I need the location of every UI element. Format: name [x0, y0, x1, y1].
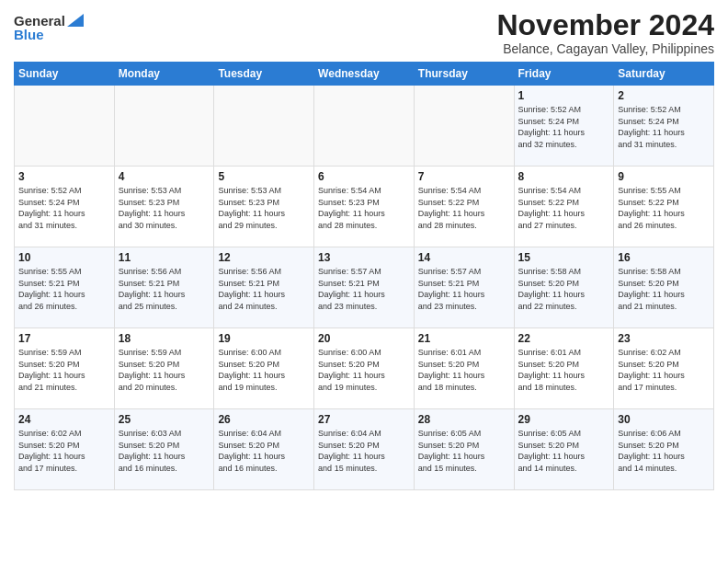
- calendar-cell: 16Sunrise: 5:58 AM Sunset: 5:20 PM Dayli…: [614, 247, 714, 328]
- calendar-cell: 28Sunrise: 6:05 AM Sunset: 5:20 PM Dayli…: [414, 409, 514, 490]
- day-info: Sunrise: 6:04 AM Sunset: 5:20 PM Dayligh…: [318, 428, 410, 474]
- calendar-cell: [414, 86, 514, 167]
- day-number: 9: [618, 170, 710, 183]
- day-number: 3: [18, 170, 110, 183]
- day-info: Sunrise: 5:59 AM Sunset: 5:20 PM Dayligh…: [119, 347, 210, 393]
- day-info: Sunrise: 6:05 AM Sunset: 5:20 PM Dayligh…: [518, 428, 610, 474]
- calendar-cell: 14Sunrise: 5:57 AM Sunset: 5:21 PM Dayli…: [414, 247, 514, 328]
- day-number: 20: [318, 332, 410, 345]
- weekday-header-friday: Friday: [514, 63, 614, 86]
- calendar-cell: 26Sunrise: 6:04 AM Sunset: 5:20 PM Dayli…: [214, 409, 314, 490]
- month-title: November 2024: [496, 9, 714, 41]
- day-info: Sunrise: 6:06 AM Sunset: 5:20 PM Dayligh…: [618, 428, 710, 474]
- weekday-header-monday: Monday: [114, 63, 214, 86]
- day-number: 23: [618, 332, 710, 345]
- day-info: Sunrise: 5:58 AM Sunset: 5:20 PM Dayligh…: [518, 266, 610, 312]
- day-number: 15: [518, 251, 610, 264]
- day-number: 1: [518, 89, 610, 102]
- calendar-table: SundayMondayTuesdayWednesdayThursdayFrid…: [14, 62, 714, 490]
- calendar-cell: [314, 86, 415, 167]
- calendar-cell: 6Sunrise: 5:54 AM Sunset: 5:23 PM Daylig…: [314, 167, 415, 247]
- day-number: 22: [518, 332, 610, 345]
- day-number: 21: [418, 332, 510, 345]
- calendar-cell: 12Sunrise: 5:56 AM Sunset: 5:21 PM Dayli…: [214, 247, 314, 328]
- day-number: 8: [518, 170, 610, 183]
- day-info: Sunrise: 5:57 AM Sunset: 5:21 PM Dayligh…: [418, 266, 510, 312]
- calendar-cell: 5Sunrise: 5:53 AM Sunset: 5:23 PM Daylig…: [214, 167, 314, 247]
- day-number: 6: [318, 170, 410, 183]
- calendar-cell: 17Sunrise: 5:59 AM Sunset: 5:20 PM Dayli…: [15, 328, 115, 409]
- day-number: 26: [218, 413, 310, 426]
- day-number: 5: [218, 170, 310, 183]
- day-info: Sunrise: 5:54 AM Sunset: 5:23 PM Dayligh…: [318, 185, 410, 231]
- day-info: Sunrise: 5:57 AM Sunset: 5:21 PM Dayligh…: [318, 266, 410, 312]
- calendar-cell: [15, 86, 115, 167]
- day-info: Sunrise: 6:02 AM Sunset: 5:20 PM Dayligh…: [18, 428, 110, 474]
- day-number: 13: [318, 251, 410, 264]
- logo: General Blue: [14, 9, 84, 42]
- calendar-cell: 8Sunrise: 5:54 AM Sunset: 5:22 PM Daylig…: [514, 167, 614, 247]
- day-info: Sunrise: 6:05 AM Sunset: 5:20 PM Dayligh…: [418, 428, 510, 474]
- calendar-cell: 2Sunrise: 5:52 AM Sunset: 5:24 PM Daylig…: [614, 86, 714, 167]
- calendar-cell: 4Sunrise: 5:53 AM Sunset: 5:23 PM Daylig…: [114, 167, 214, 247]
- day-number: 4: [119, 170, 210, 183]
- calendar-cell: 21Sunrise: 6:01 AM Sunset: 5:20 PM Dayli…: [414, 328, 514, 409]
- weekday-header-wednesday: Wednesday: [314, 63, 415, 86]
- day-info: Sunrise: 6:02 AM Sunset: 5:20 PM Dayligh…: [618, 347, 710, 393]
- page-header: General Blue November 2024 Belance, Caga…: [14, 9, 714, 56]
- day-info: Sunrise: 5:55 AM Sunset: 5:22 PM Dayligh…: [618, 185, 710, 231]
- calendar-cell: 3Sunrise: 5:52 AM Sunset: 5:24 PM Daylig…: [15, 167, 115, 247]
- day-info: Sunrise: 5:58 AM Sunset: 5:20 PM Dayligh…: [618, 266, 710, 312]
- calendar-cell: 20Sunrise: 6:00 AM Sunset: 5:20 PM Dayli…: [314, 328, 415, 409]
- day-number: 7: [418, 170, 510, 183]
- day-number: 14: [418, 251, 510, 264]
- day-info: Sunrise: 6:01 AM Sunset: 5:20 PM Dayligh…: [518, 347, 610, 393]
- calendar-cell: 24Sunrise: 6:02 AM Sunset: 5:20 PM Dayli…: [15, 409, 115, 490]
- day-info: Sunrise: 6:00 AM Sunset: 5:20 PM Dayligh…: [318, 347, 410, 393]
- calendar-cell: 9Sunrise: 5:55 AM Sunset: 5:22 PM Daylig…: [614, 167, 714, 247]
- calendar-cell: 22Sunrise: 6:01 AM Sunset: 5:20 PM Dayli…: [514, 328, 614, 409]
- day-number: 2: [618, 89, 710, 102]
- day-number: 11: [119, 251, 210, 264]
- day-info: Sunrise: 6:04 AM Sunset: 5:20 PM Dayligh…: [218, 428, 310, 474]
- calendar-cell: [114, 86, 214, 167]
- title-block: November 2024 Belance, Cagayan Valley, P…: [496, 9, 714, 56]
- calendar-cell: 7Sunrise: 5:54 AM Sunset: 5:22 PM Daylig…: [414, 167, 514, 247]
- day-number: 29: [518, 413, 610, 426]
- day-number: 17: [18, 332, 110, 345]
- day-number: 24: [18, 413, 110, 426]
- day-info: Sunrise: 5:55 AM Sunset: 5:21 PM Dayligh…: [18, 266, 110, 312]
- day-info: Sunrise: 6:01 AM Sunset: 5:20 PM Dayligh…: [418, 347, 510, 393]
- logo-icon: [67, 14, 84, 27]
- day-info: Sunrise: 5:53 AM Sunset: 5:23 PM Dayligh…: [119, 185, 210, 231]
- day-info: Sunrise: 5:56 AM Sunset: 5:21 PM Dayligh…: [119, 266, 210, 312]
- day-info: Sunrise: 5:52 AM Sunset: 5:24 PM Dayligh…: [618, 104, 710, 150]
- day-number: 12: [218, 251, 310, 264]
- day-info: Sunrise: 5:56 AM Sunset: 5:21 PM Dayligh…: [218, 266, 310, 312]
- weekday-header-sunday: Sunday: [15, 63, 115, 86]
- calendar-cell: 18Sunrise: 5:59 AM Sunset: 5:20 PM Dayli…: [114, 328, 214, 409]
- calendar-cell: 25Sunrise: 6:03 AM Sunset: 5:20 PM Dayli…: [114, 409, 214, 490]
- calendar-cell: 11Sunrise: 5:56 AM Sunset: 5:21 PM Dayli…: [114, 247, 214, 328]
- day-number: 18: [119, 332, 210, 345]
- day-number: 25: [119, 413, 210, 426]
- day-number: 19: [218, 332, 310, 345]
- day-info: Sunrise: 5:52 AM Sunset: 5:24 PM Dayligh…: [518, 104, 610, 150]
- weekday-header-row: SundayMondayTuesdayWednesdayThursdayFrid…: [15, 63, 714, 86]
- weekday-header-thursday: Thursday: [414, 63, 514, 86]
- day-number: 10: [18, 251, 110, 264]
- day-number: 16: [618, 251, 710, 264]
- calendar-week-5: 24Sunrise: 6:02 AM Sunset: 5:20 PM Dayli…: [15, 409, 714, 490]
- day-number: 30: [618, 413, 710, 426]
- day-info: Sunrise: 6:00 AM Sunset: 5:20 PM Dayligh…: [218, 347, 310, 393]
- day-info: Sunrise: 5:54 AM Sunset: 5:22 PM Dayligh…: [418, 185, 510, 231]
- day-info: Sunrise: 5:52 AM Sunset: 5:24 PM Dayligh…: [18, 185, 110, 231]
- calendar-cell: 13Sunrise: 5:57 AM Sunset: 5:21 PM Dayli…: [314, 247, 415, 328]
- calendar-cell: 19Sunrise: 6:00 AM Sunset: 5:20 PM Dayli…: [214, 328, 314, 409]
- calendar-cell: 15Sunrise: 5:58 AM Sunset: 5:20 PM Dayli…: [514, 247, 614, 328]
- calendar-week-2: 3Sunrise: 5:52 AM Sunset: 5:24 PM Daylig…: [15, 167, 714, 247]
- logo-blue-text: Blue: [14, 27, 44, 42]
- day-number: 28: [418, 413, 510, 426]
- weekday-header-tuesday: Tuesday: [214, 63, 314, 86]
- day-info: Sunrise: 5:53 AM Sunset: 5:23 PM Dayligh…: [218, 185, 310, 231]
